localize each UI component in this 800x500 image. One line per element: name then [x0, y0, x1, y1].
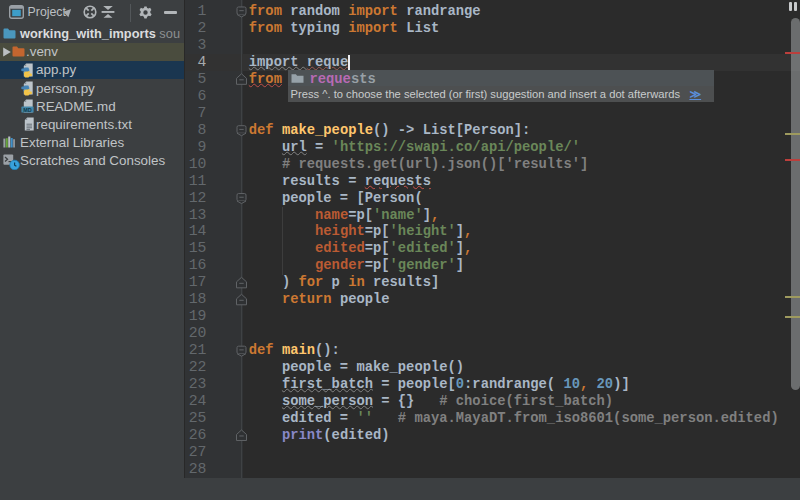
svg-text:MD: MD: [23, 107, 31, 113]
